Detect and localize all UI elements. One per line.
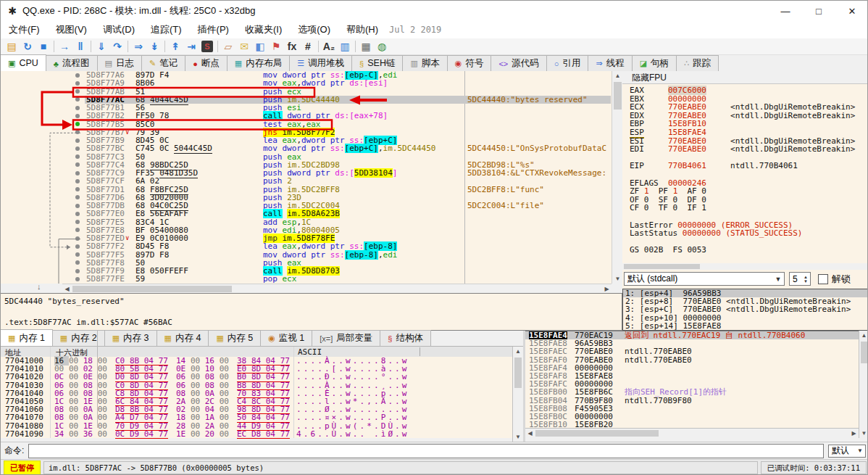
args-depth-spinner[interactable]: 5 ▲▼: [789, 272, 811, 286]
tab-struct[interactable]: §结构体: [380, 330, 431, 346]
dump-vscrollbar[interactable]: ▲ ▼: [512, 347, 524, 442]
instruction-dot-icon[interactable]: [75, 154, 80, 159]
menu-插件P[interactable]: 插件(P): [190, 21, 237, 38]
instruction-dot-icon[interactable]: [75, 244, 80, 249]
tab-callstack[interactable]: ☰调用堆栈: [289, 55, 352, 71]
close-button[interactable]: ✕: [835, 1, 868, 21]
tab-mem5[interactable]: ▦内存 5: [208, 330, 261, 346]
stack-hscrollbar[interactable]: ◀ ▶: [525, 428, 859, 439]
stack-arg-row[interactable]: 5: [esp+14] 15E8FAE8: [623, 322, 868, 330]
disasm-row[interactable]: 5D8F77A98B06mov eax,dword ptr ds:[esi]: [1, 79, 622, 87]
tab-cpu[interactable]: ▣CPU: [0, 54, 46, 71]
instruction-dot-icon[interactable]: [75, 187, 80, 191]
az-icon[interactable]: A₂: [321, 39, 337, 54]
scylla-icon[interactable]: S: [199, 39, 215, 54]
tab-locals[interactable]: [x=]局部变量: [312, 330, 380, 346]
register-list[interactable]: EAX 007C6000EBX 00000000ECX 770EABE0 <nt…: [630, 86, 855, 255]
run-to-cursor-icon[interactable]: ⇒: [130, 39, 146, 54]
hide-fpu-button[interactable]: 隐藏FPU: [622, 71, 868, 84]
tab-trace[interactable]: ∴跟踪: [676, 55, 719, 71]
open-file-icon[interactable]: ▤: [4, 39, 20, 54]
patch-icon[interactable]: ▱: [220, 39, 236, 54]
menu-帮助H[interactable]: 帮助(H): [338, 21, 386, 38]
menu-追踪T[interactable]: 追踪(T): [143, 21, 190, 38]
spinner-arrows-icon[interactable]: ▲▼: [801, 275, 810, 284]
instruction-dot-icon[interactable]: [75, 204, 80, 208]
tab-watch1[interactable]: ◉监视 1: [260, 330, 312, 346]
calling-convention-select[interactable]: 默认 (stdcall) ▼: [624, 272, 785, 286]
menu-调试D[interactable]: 调试(D): [95, 21, 143, 38]
stop-icon[interactable]: ■: [36, 39, 51, 54]
instruction-dot-icon[interactable]: [75, 236, 80, 241]
stack-vscrollbar[interactable]: ▲ ▼: [859, 331, 868, 438]
tab-mem4[interactable]: ▦内存 4: [157, 330, 209, 346]
menu-视图V[interactable]: 视图(V): [48, 21, 95, 38]
instruction-dot-icon[interactable]: [75, 73, 80, 78]
command-input[interactable]: [28, 444, 824, 458]
instruction-dot-icon[interactable]: [75, 162, 80, 167]
bookmarks-icon[interactable]: ⚑: [268, 39, 284, 54]
tab-handles[interactable]: ◪句柄: [632, 55, 677, 71]
instruction-dot-icon[interactable]: [75, 228, 80, 232]
restart-icon[interactable]: ↻: [20, 39, 36, 54]
menu-收藏夹I[interactable]: 收藏夹(I): [237, 21, 290, 38]
menu-文件F[interactable]: 文件(F): [1, 21, 48, 38]
run-to-user-code-icon[interactable]: ↟: [167, 39, 183, 54]
step-over-icon[interactable]: ↷: [109, 39, 125, 54]
stack-view[interactable]: 15E8FAE4770EAC19返回到 ntdll.770EAC19 自 ntd…: [525, 331, 859, 429]
minimize-button[interactable]: —: [769, 1, 802, 21]
hash-icon[interactable]: #: [300, 39, 316, 54]
disasm-row[interactable]: 5D8F77E0E8 56EAFAFFcall im.5D8A623B: [1, 210, 622, 218]
source-icon[interactable]: ▥: [337, 39, 353, 54]
disassembly-view[interactable]: 5D8F77A6897D F4mov dword ptr ss:[ebp-C],…: [1, 71, 622, 284]
tab-references[interactable]: ○引用: [546, 55, 589, 71]
labels-icon[interactable]: ◧: [252, 39, 268, 54]
instruction-dot-icon[interactable]: [75, 89, 80, 94]
attach-icon[interactable]: ⇥: [183, 39, 199, 54]
run-icon[interactable]: →: [57, 39, 72, 54]
instruction-dot-icon[interactable]: [75, 139, 80, 143]
instruction-dot-icon[interactable]: [75, 114, 80, 118]
tab-log[interactable]: ▤日志: [97, 55, 142, 71]
tab-source[interactable]: <>源代码: [491, 55, 546, 71]
stack-row[interactable]: 15E8FB0015E8FB6C指向SEH_Record[1]的指针: [525, 388, 859, 396]
internet-icon[interactable]: ◍: [374, 39, 390, 54]
instruction-dot-icon[interactable]: [75, 252, 80, 257]
instruction-dot-icon[interactable]: [75, 130, 80, 134]
functions-icon[interactable]: fx: [284, 39, 300, 54]
tab-memmap[interactable]: ▦内存布局: [227, 55, 290, 71]
maximize-button[interactable]: □: [802, 1, 835, 21]
disasm-vscrollbar[interactable]: ▲ ▼: [612, 71, 623, 284]
calculator-icon[interactable]: ▦: [358, 39, 374, 54]
instruction-dot-icon[interactable]: [75, 220, 80, 224]
menu-选项O[interactable]: 选项(O): [290, 21, 338, 38]
instruction-dot-icon[interactable]: [75, 146, 80, 151]
instruction-dot-icon[interactable]: [75, 179, 80, 183]
step-into-icon[interactable]: ⇓: [93, 39, 109, 54]
instruction-dot-icon[interactable]: [75, 212, 80, 216]
stack-row[interactable]: 15E8FAEC770EABE0ntdll.770EABE0: [525, 347, 859, 355]
instruction-dot-icon[interactable]: [75, 277, 80, 281]
command-profile-select[interactable]: 默认 ▼: [828, 445, 866, 458]
stack-arguments-list[interactable]: 1: [esp+4] 96A59BB32: [esp+8] 770EABE0 <…: [622, 289, 868, 331]
unlock-checkbox[interactable]: [818, 274, 828, 284]
disasm-hscrollbar[interactable]: ◀ ▶: [62, 284, 612, 294]
comments-icon[interactable]: ✉: [236, 39, 252, 54]
memory-dump-view[interactable]: 7704100016 00 18 00C0 8B 04 7714 00 16 0…: [1, 357, 512, 438]
instruction-dot-icon[interactable]: [75, 269, 80, 273]
instruction-dot-icon[interactable]: [75, 97, 80, 102]
instruction-dot-icon[interactable]: [75, 106, 80, 110]
instruction-dot-icon[interactable]: [75, 260, 80, 265]
tab-mem1[interactable]: ▦内存 1: [0, 329, 53, 346]
pause-icon[interactable]: ‖: [72, 39, 88, 54]
tab-graph[interactable]: ♣流程图: [46, 55, 98, 71]
disasm-row[interactable]: 5D8F77FE59pop ecx: [1, 275, 622, 283]
disasm-row[interactable]: 5D8F77BCC745 0C 5044C45Dmov dword ptr ss…: [1, 144, 622, 152]
tab-threads[interactable]: ⇒线程: [588, 55, 632, 71]
tab-script[interactable]: ▥脚本: [402, 55, 447, 71]
tab-notes[interactable]: ✎笔记: [141, 55, 185, 71]
instruction-dot-icon[interactable]: [75, 81, 80, 86]
stack-row[interactable]: 15E8FB04770B9F80ntdll.770B9F80: [525, 397, 859, 405]
tab-seh[interactable]: §SEH链: [351, 55, 403, 71]
tab-mem3[interactable]: ▦内存 3: [104, 330, 157, 346]
